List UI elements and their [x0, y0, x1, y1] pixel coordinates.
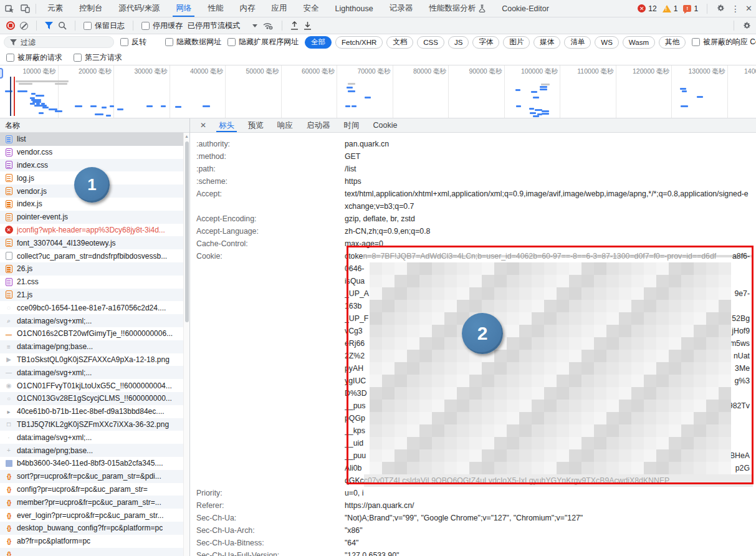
filter-chip-全部[interactable]: 全部 — [305, 36, 332, 49]
filter-input-pill[interactable] — [4, 36, 114, 48]
request-row[interactable]: {} — [0, 548, 183, 556]
search-icon[interactable] — [58, 21, 67, 30]
warning-count-badge[interactable]: 1 — [663, 4, 678, 13]
filter-chip-Fetch/XHR[interactable]: Fetch/XHR — [335, 36, 383, 49]
invert-filter-toggle[interactable]: 反转 — [120, 37, 146, 47]
details-tab-时间[interactable]: 时间 — [338, 118, 366, 132]
request-row[interactable]: ◉O1CN01FFvyT01kjLtoUxG5C_!!6000000004... — [0, 379, 183, 392]
request-row[interactable]: pointer-event.js — [0, 211, 183, 224]
import-har-icon[interactable] — [290, 21, 299, 30]
filter-chip-WS[interactable]: WS — [595, 36, 619, 49]
throttling-select[interactable]: 已停用节流模式 — [188, 21, 257, 31]
network-conditions-icon[interactable] — [262, 21, 274, 30]
request-row[interactable]: ✕jconfig?wpk-header=app%3Dcy68jy8t-3i4d.… — [0, 224, 183, 237]
filter-chip-媒体[interactable]: 媒体 — [534, 36, 560, 49]
filter-chip-JS[interactable]: JS — [448, 36, 469, 49]
hide-extension-urls-toggle[interactable]: 隐藏扩展程序网址 — [227, 37, 299, 47]
export-har-icon[interactable] — [304, 21, 312, 30]
tab-记录器[interactable]: 记录器 — [381, 0, 421, 17]
hide-extension-urls-checkbox[interactable] — [227, 38, 236, 46]
request-row[interactable]: ◌cce09bc0-1654-11ee-81e7-a167056c2d24...… — [0, 301, 183, 314]
invert-checkbox[interactable] — [120, 38, 128, 46]
tab-控制台[interactable]: 控制台 — [71, 0, 111, 17]
request-row[interactable]: ∙data:image/svg+xml;... — [0, 431, 183, 444]
tab-内存[interactable]: 内存 — [231, 0, 263, 17]
request-row[interactable]: {}member?pr=ucpro&fr=pc&uc_param_str=... — [0, 496, 183, 509]
request-row[interactable]: {}desktop_buwang_config?fr=pc&platform=p… — [0, 522, 183, 535]
blocked-requests-toggle[interactable]: 被屏蔽的请求 — [6, 52, 62, 63]
tab-Cookie-Editor[interactable]: Cookie-Editor — [494, 0, 557, 17]
filter-funnel-icon[interactable] — [45, 22, 53, 29]
tab-性能数据分析[interactable]: 性能数据分析 — [421, 0, 494, 17]
third-party-requests-checkbox[interactable] — [74, 54, 82, 62]
request-row[interactable]: collect?uc_param_str=dndsfrpfbibdosvessb… — [0, 249, 183, 262]
network-overview-timeline[interactable]: 10000 毫秒20000 毫秒30000 毫秒40000 毫秒50000 毫秒… — [0, 65, 756, 118]
scrollbar-thumb[interactable] — [185, 141, 189, 322]
request-row[interactable]: b4bb3600-34e0-11ed-8bf3-015ab2cfa345.... — [0, 457, 183, 470]
close-devtools-icon[interactable]: ✕ — [745, 4, 754, 13]
request-row[interactable]: {}sort?pr=ucpro&fr=pc&uc_param_str=&pdi.… — [0, 470, 183, 483]
filter-chip-图片[interactable]: 图片 — [503, 36, 530, 49]
timeline-playhead-red[interactable] — [14, 77, 15, 116]
request-row[interactable]: 21.js — [0, 289, 183, 302]
preserve-log-toggle[interactable]: 保留日志 — [84, 21, 125, 31]
request-row[interactable]: ▸40ce61b0-b71b-11ec-8bef-d9a13bbd84ec...… — [0, 405, 183, 418]
filter-input[interactable] — [21, 38, 108, 47]
network-settings-gear-icon[interactable] — [742, 21, 752, 31]
device-toolbar-icon[interactable] — [21, 4, 30, 13]
tab-元素[interactable]: 元素 — [39, 0, 71, 17]
filter-chip-清单[interactable]: 清单 — [564, 36, 591, 49]
close-details-icon[interactable]: ✕ — [195, 118, 211, 132]
request-row[interactable]: ▬O1CN016s2CBT20wfGimyTje_!!6000000006... — [0, 327, 183, 340]
blocked-response-cookies-checkbox[interactable] — [692, 38, 700, 46]
tab-安全[interactable]: 安全 — [295, 0, 327, 17]
details-tab-启动器[interactable]: 启动器 — [300, 118, 337, 132]
inspect-element-icon[interactable] — [5, 4, 14, 13]
more-options-icon[interactable]: ⋮ — [731, 4, 740, 14]
request-row[interactable]: ≡data:image/png;base... — [0, 340, 183, 353]
tab-Lighthouse[interactable]: Lighthouse — [327, 0, 381, 17]
request-row[interactable]: 26.js — [0, 262, 183, 276]
details-tab-响应[interactable]: 响应 — [271, 118, 299, 132]
hide-data-urls-checkbox[interactable] — [165, 38, 173, 46]
request-row[interactable]: vendor.css — [0, 146, 183, 159]
disable-cache-checkbox[interactable] — [141, 22, 150, 30]
request-row[interactable]: list — [0, 133, 183, 146]
request-row[interactable]: ⌕data:image/svg+xml;... — [0, 314, 183, 327]
request-row[interactable]: 21.css — [0, 276, 183, 289]
blocked-response-cookies-toggle[interactable]: 被屏蔽的响应 Cookie — [692, 37, 756, 47]
request-row[interactable]: {}ab?fr=pc&platform=pc — [0, 535, 183, 548]
tab-性能[interactable]: 性能 — [199, 0, 231, 17]
details-tab-Cookie[interactable]: Cookie — [367, 118, 404, 132]
request-list-scrollbar[interactable]: ▲ — [183, 133, 189, 556]
request-row[interactable]: —data:image/svg+xml;... — [0, 366, 183, 379]
filter-chip-Wasm[interactable]: Wasm — [623, 36, 655, 49]
details-tab-预览[interactable]: 预览 — [242, 118, 270, 132]
details-tab-标头[interactable]: 标头 — [213, 118, 241, 132]
issues-count-badge[interactable]: ! 1 — [683, 4, 698, 13]
settings-gear-icon[interactable] — [716, 4, 725, 13]
scroll-up-icon[interactable]: ▲ — [184, 134, 189, 138]
timeline-playhead-blue[interactable] — [10, 77, 11, 116]
tab-应用[interactable]: 应用 — [263, 0, 295, 17]
clear-network-log-icon[interactable] — [20, 22, 28, 30]
request-row[interactable]: font_3307044_4l139eotewy.js — [0, 236, 183, 249]
record-stop-icon[interactable] — [6, 21, 15, 30]
hide-data-urls-toggle[interactable]: 隐藏数据网址 — [165, 37, 221, 47]
disable-cache-toggle[interactable]: 停用缓存 — [141, 21, 183, 31]
request-list-header[interactable]: 名称 — [0, 118, 189, 133]
filter-chip-文档[interactable]: 文档 — [386, 36, 413, 49]
preserve-log-checkbox[interactable] — [84, 22, 92, 30]
request-row[interactable]: ○O1CN013Gv28E1gScycjCLMS_!!600000000... — [0, 392, 183, 405]
request-row[interactable]: {}ever_login?pr=ucpro&fr=pc&uc_param_str… — [0, 509, 183, 522]
error-count-badge[interactable]: ✕ 12 — [638, 4, 656, 13]
filter-chip-字体[interactable]: 字体 — [472, 36, 499, 49]
filter-chip-CSS[interactable]: CSS — [417, 36, 444, 49]
blocked-requests-checkbox[interactable] — [6, 54, 14, 62]
third-party-requests-toggle[interactable]: 第三方请求 — [74, 52, 122, 63]
tab-源代码/来源[interactable]: 源代码/来源 — [111, 0, 168, 17]
tab-网络[interactable]: 网络 — [168, 0, 199, 17]
request-row[interactable]: ▶TB1oSkstQL0gK0jSZFAXXcA9pXa-12-18.png — [0, 353, 183, 367]
filter-chip-其他[interactable]: 其他 — [659, 36, 686, 49]
request-row[interactable]: {}config?pr=ucpro&fr=pc&uc_param_str= — [0, 483, 183, 496]
